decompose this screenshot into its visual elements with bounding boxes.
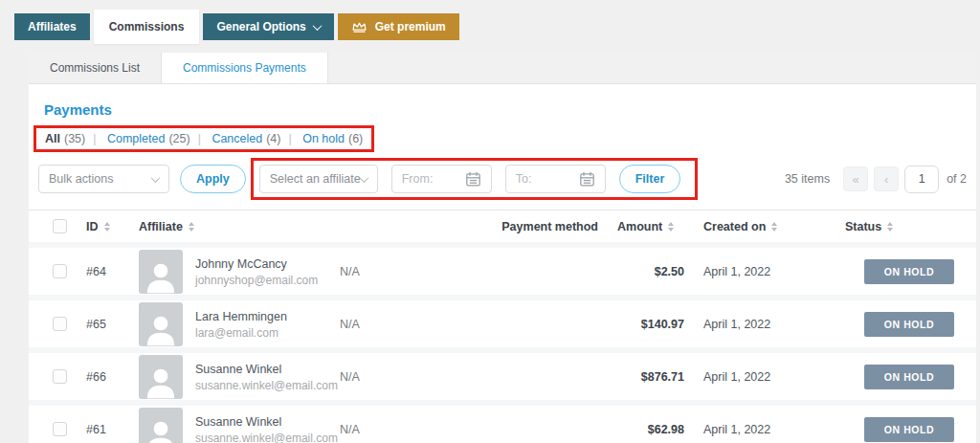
sort-icon xyxy=(771,222,777,232)
amount: $2.50 xyxy=(655,265,684,278)
nav-tab-commissions[interactable]: Commissions xyxy=(94,10,200,44)
sort-icon xyxy=(668,222,674,232)
avatar xyxy=(139,250,183,294)
date-to-placeholder: To: xyxy=(516,172,532,186)
current-page-input[interactable] xyxy=(904,166,939,193)
pagination: 35 items « ‹ of 2 xyxy=(785,166,967,193)
payment-method: N/A xyxy=(340,265,598,278)
payment-method: N/A xyxy=(340,423,598,436)
payment-method: N/A xyxy=(340,370,598,384)
column-header[interactable]: Status xyxy=(845,220,976,233)
affiliate-email: johnnyshop@email.com xyxy=(195,274,318,287)
amount: $876.71 xyxy=(641,370,684,384)
chevron-down-icon xyxy=(312,21,322,31)
payment-id: #66 xyxy=(86,370,139,384)
tab-commissions-list[interactable]: Commissions List xyxy=(29,53,162,83)
created-on-date: April 1, 2022 xyxy=(684,423,845,436)
table-row: #64 Johnny McCancy johnnyshop@email.com xyxy=(29,248,976,295)
view-separator: | xyxy=(288,132,291,145)
sub-tab-bar: Commissions List Commissions Payments xyxy=(29,53,976,84)
column-header-label: Affiliate xyxy=(139,220,183,233)
affiliate-email: lara@email.com xyxy=(195,326,287,340)
filter-button[interactable]: Filter xyxy=(619,165,681,193)
column-header[interactable]: Created on xyxy=(684,220,845,233)
column-header[interactable]: Amount xyxy=(598,220,684,233)
status-badge: ON HOLD xyxy=(864,365,954,389)
column-header[interactable]: Payment method xyxy=(501,220,598,233)
table-header: ID Affiliate Payment method Amount Creat… xyxy=(29,210,976,242)
date-from-input[interactable]: From: xyxy=(391,165,492,193)
payment-id: #65 xyxy=(86,318,139,331)
table-row: #61 Susanne Winkel susanne.winkel@email.… xyxy=(29,406,976,443)
view-filter-link[interactable]: Canceled xyxy=(212,132,262,145)
affiliate-email: susanne.winkel@email.com xyxy=(195,432,338,443)
status-view-links: All(35)| Completed(25)| Canceled(4)| On … xyxy=(45,132,363,145)
column-header[interactable]: Affiliate xyxy=(139,220,340,233)
tab-commissions-payments[interactable]: Commissions Payments xyxy=(162,53,328,83)
prev-page-button[interactable]: ‹ xyxy=(874,166,899,191)
column-header-label: Status xyxy=(845,220,881,233)
page-title: Payments xyxy=(44,101,976,118)
affiliate-name: Johnny McCancy xyxy=(195,255,318,274)
nav-tab-general-options[interactable]: General Options xyxy=(203,13,333,40)
sort-icon xyxy=(104,222,110,232)
bulk-actions-label: Bulk actions xyxy=(49,172,113,186)
calendar-icon xyxy=(465,171,481,188)
date-from-placeholder: From: xyxy=(402,172,434,186)
view-separator: | xyxy=(93,132,96,145)
view-count: (6) xyxy=(348,132,363,145)
nav-tab-affiliates[interactable]: Affiliates xyxy=(14,13,90,40)
avatar xyxy=(139,355,183,399)
table-controls-row: Bulk actions Apply Select an affiliate F… xyxy=(38,158,967,200)
created-on-date: April 1, 2022 xyxy=(684,265,845,278)
view-filter-link[interactable]: On hold xyxy=(302,132,345,145)
column-header[interactable]: ID xyxy=(86,220,139,233)
payment-id: #61 xyxy=(86,423,139,436)
calendar-icon xyxy=(579,171,595,188)
avatar xyxy=(139,408,183,443)
affiliate-select[interactable]: Select an affiliate xyxy=(259,165,378,193)
person-icon xyxy=(142,257,180,294)
column-header-label: Payment method xyxy=(501,220,598,233)
created-on-date: April 1, 2022 xyxy=(684,318,845,331)
table-row: #66 Susanne Winkel susanne.winkel@email.… xyxy=(29,353,976,400)
affiliate-select-label: Select an affiliate xyxy=(270,172,361,186)
table-row: #65 Lara Hemmingen lara@email.com xyxy=(29,300,976,347)
affiliate-name: Lara Hemmingen xyxy=(195,308,287,326)
amount: $140.97 xyxy=(641,318,684,331)
person-icon xyxy=(142,310,180,346)
date-to-input[interactable]: To: xyxy=(505,165,606,193)
sort-icon xyxy=(887,222,893,232)
avatar xyxy=(139,302,183,346)
person-icon xyxy=(142,415,180,443)
select-all-checkbox[interactable] xyxy=(53,219,67,233)
get-premium-button[interactable]: Get premium xyxy=(338,13,459,40)
total-pages-label: of 2 xyxy=(947,172,967,186)
row-checkbox[interactable] xyxy=(53,264,67,278)
view-filter-link[interactable]: Completed xyxy=(107,132,165,145)
view-filter-link[interactable]: All xyxy=(45,132,60,145)
view-separator: | xyxy=(198,132,201,145)
view-count: (35) xyxy=(64,132,85,145)
general-options-label: General Options xyxy=(216,20,305,33)
payment-method: N/A xyxy=(340,318,598,331)
column-header-label: Amount xyxy=(617,220,662,233)
apply-button[interactable]: Apply xyxy=(180,165,246,193)
person-icon xyxy=(142,363,180,399)
row-checkbox[interactable] xyxy=(53,369,67,384)
sort-icon xyxy=(189,222,194,232)
crown-icon xyxy=(351,21,368,33)
chevron-down-icon xyxy=(151,173,161,183)
created-on-date: April 1, 2022 xyxy=(684,370,845,384)
affiliate-name: Susanne Winkel xyxy=(195,413,338,432)
payments-panel: Commissions List Commissions Payments Pa… xyxy=(29,53,976,443)
bulk-actions-select[interactable]: Bulk actions xyxy=(38,165,169,193)
items-count: 35 items xyxy=(785,172,830,186)
affiliate-email: susanne.winkel@email.com xyxy=(195,379,338,392)
get-premium-label: Get premium xyxy=(375,20,446,33)
affiliate-name: Susanne Winkel xyxy=(195,361,338,379)
row-checkbox[interactable] xyxy=(53,422,67,436)
status-badge: ON HOLD xyxy=(864,417,954,442)
first-page-button[interactable]: « xyxy=(843,166,868,191)
row-checkbox[interactable] xyxy=(53,317,67,331)
